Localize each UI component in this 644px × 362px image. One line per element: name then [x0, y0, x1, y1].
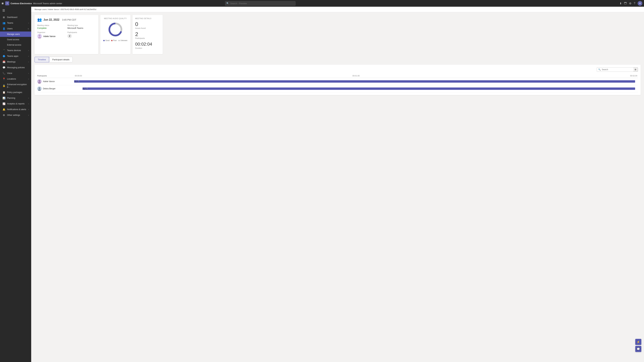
users-submenu: Manage users Guest access External acces…: [0, 31, 31, 48]
meeting-details-card: MEETING DETAILS 0 Issues found 2 Partici…: [132, 15, 163, 54]
participant-name: Adele Vance: [43, 80, 55, 83]
users-icon: 👤: [2, 27, 5, 30]
timeline-filter-button[interactable]: ⊞: [633, 67, 638, 71]
tabs: Timeline Participant details: [34, 57, 641, 62]
sidebar-item-analytics[interactable]: 📈 Analytics & reports ›: [0, 101, 31, 107]
tab-timeline-label: Timeline: [38, 58, 46, 61]
timeline-section: 🔍 ⊞ Participants 00:00:00 00:01:00 00:02…: [34, 65, 641, 95]
bar-mic-icon: 🎤: [86, 88, 88, 89]
timeline-bar: 📞 🎤: [74, 80, 635, 83]
dashboard-icon: ⊞: [2, 16, 5, 18]
avatar-svg: [37, 79, 42, 84]
sidebar-item-voice[interactable]: 📞 Voice ›: [0, 70, 31, 76]
timeline-bar-debra: 📞 🎤: [74, 87, 638, 90]
tab-timeline[interactable]: Timeline: [34, 57, 49, 62]
devices-icon: 📱: [2, 49, 5, 52]
time-header: 00:00:00 00:01:00 00:02:04: [74, 75, 638, 77]
meeting-type-field: Meeting type Microsoft Teams: [68, 24, 96, 29]
type-value: Microsoft Teams: [68, 27, 96, 29]
participant-adele: Adele Vance: [37, 79, 74, 84]
meeting-icon: 👥: [37, 17, 42, 22]
sidebar-item-teams-apps[interactable]: 🔷 Teams apps ›: [0, 53, 31, 59]
meeting-time: 3:45 PM CDT: [62, 18, 76, 21]
sidebar-item-label: Teams apps: [7, 55, 27, 57]
topbar: ⊞ T Contoso Electronics Microsoft Teams …: [0, 0, 644, 7]
sidebar-item-label: Dashboard: [7, 16, 29, 18]
poor-label: Poor: [113, 39, 117, 41]
meeting-status-field: Meeting status Complete: [37, 24, 66, 29]
participant-name: Debra Berger: [43, 87, 56, 90]
participants-header: Participants: [37, 75, 74, 77]
help-icon[interactable]: ?: [634, 2, 635, 5]
unknown-label: Unknown: [120, 39, 128, 41]
content-area: Manage users \ Adele Vance \ 05579c42-08…: [31, 7, 644, 362]
download-icon[interactable]: ⬇: [620, 2, 622, 5]
hamburger-button[interactable]: ☰: [0, 7, 31, 14]
avatar-icon: [37, 34, 42, 38]
bar-mic-icon: 🎤: [77, 81, 79, 82]
tab-participant-label: Participant details: [52, 58, 70, 61]
main-layout: ☰ ⊞ Dashboard 👥 Teams › 👤 Users ∨ Manage…: [0, 7, 644, 362]
float-buttons: ⚡ 💬: [635, 339, 641, 352]
sidebar-item-meetings[interactable]: 📅 Meetings ›: [0, 59, 31, 65]
details-title: MEETING DETAILS: [135, 17, 160, 19]
sidebar-item-label: Messaging policies: [7, 66, 29, 69]
sidebar-item-manage-users[interactable]: Manage users: [0, 31, 31, 37]
main-content: 👥 Jun 22, 2022 3:45 PM CDT Meeting statu…: [31, 12, 644, 362]
user-avatar[interactable]: A: [638, 1, 642, 6]
timeline-header-row: Participants 00:00:00 00:01:00 00:02:04: [37, 74, 638, 78]
timeline-search-icon: 🔍: [598, 68, 601, 71]
organizer-label: Organizer: [37, 31, 66, 33]
organizer-name: Adele Vance: [43, 35, 56, 37]
participant-avatar: [37, 79, 42, 84]
chevron-icon: ›: [28, 50, 29, 51]
waffle-icon[interactable]: ⊞: [2, 2, 4, 5]
sidebar-item-other-settings[interactable]: ⚙ Other settings ›: [0, 112, 31, 118]
sidebar-item-guest-access[interactable]: Guest access: [0, 37, 31, 42]
planning-icon: 📊: [2, 97, 5, 99]
analytics-icon: 📈: [2, 102, 5, 105]
meeting-info-card: 👥 Jun 22, 2022 3:45 PM CDT Meeting statu…: [34, 15, 98, 54]
float-button-chat[interactable]: 💬: [635, 346, 641, 352]
svg-point-6: [38, 80, 40, 82]
issues-count: 0: [135, 21, 160, 27]
participant-avatar: [37, 86, 42, 91]
good-dot: [103, 40, 105, 41]
messaging-icon: 💬: [2, 66, 5, 69]
participant-debra: Debra Berger: [37, 86, 74, 91]
sidebar-item-encryption[interactable]: 🔒 Enhanced encryption p...: [0, 82, 31, 89]
unknown-dot: [118, 40, 120, 41]
sidebar-item-locations[interactable]: 📍 Locations ›: [0, 76, 31, 82]
window-icon[interactable]: 🗖: [624, 2, 627, 5]
timeline-bar: 📞 🎤: [82, 87, 635, 90]
sidebar-item-policy-packages[interactable]: 📋 Policy packages: [0, 89, 31, 95]
chevron-icon: ›: [28, 55, 29, 57]
chevron-icon: ›: [28, 22, 29, 24]
timeline-search-container: 🔍: [597, 68, 633, 71]
sidebar-item-teams[interactable]: 👥 Teams ›: [0, 20, 31, 26]
sidebar-item-notifications[interactable]: 🔔 Notifications & alerts ›: [0, 107, 31, 112]
timeline-search-input[interactable]: [602, 68, 632, 71]
sidebar-item-planning[interactable]: 📊 Planning ›: [0, 95, 31, 101]
sidebar-item-messaging[interactable]: 💬 Messaging policies: [0, 65, 31, 70]
legend-good: Good: [103, 39, 109, 41]
breadcrumb: Manage users \ Adele Vance \ 05579c42-08…: [31, 7, 644, 12]
svg-point-1: [38, 37, 41, 38]
good-label: Good: [105, 39, 109, 41]
donut-svg: [107, 21, 124, 38]
settings-icon[interactable]: ⚙: [629, 2, 632, 5]
sidebar-item-teams-devices[interactable]: 📱 Teams devices ›: [0, 48, 31, 53]
sidebar-item-users[interactable]: 👤 Users ∨: [0, 26, 31, 31]
search-input[interactable]: [225, 1, 296, 6]
float-button-quick[interactable]: ⚡: [635, 339, 641, 345]
sidebar-item-label: Teams devices: [7, 49, 27, 52]
sidebar-item-external-access[interactable]: External access: [0, 42, 31, 48]
search-bar[interactable]: 🔍: [225, 1, 296, 6]
chevron-icon: ›: [28, 109, 29, 110]
sidebar-item-label: Guest access: [7, 38, 29, 41]
tab-participant-details[interactable]: Participant details: [49, 57, 73, 62]
legend-unknown: Unknown: [118, 39, 128, 41]
participants-label: Participants: [135, 37, 160, 39]
sidebar-item-dashboard[interactable]: ⊞ Dashboard: [0, 14, 31, 20]
audio-quality-title: MEETING AUDIO QUALITY: [103, 17, 128, 19]
